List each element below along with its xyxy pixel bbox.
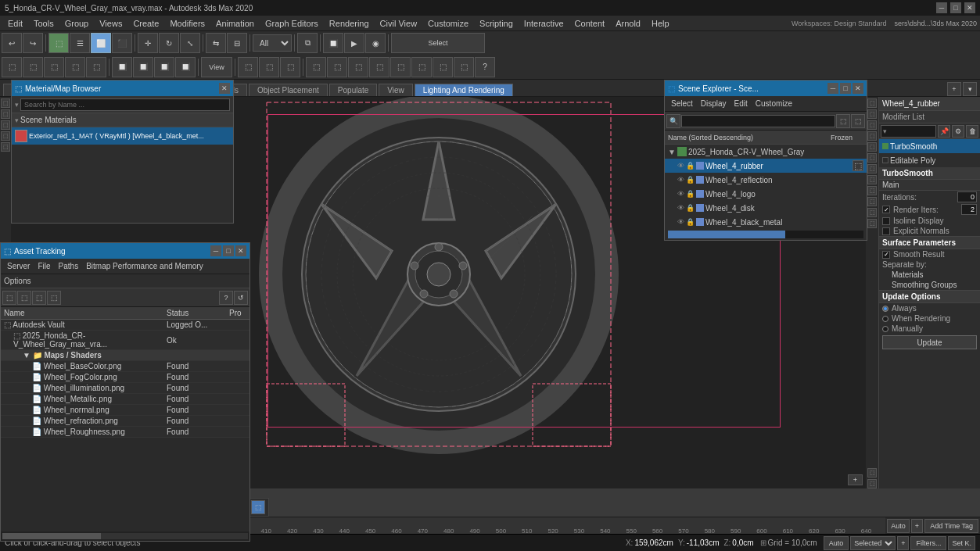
se-item-rubber[interactable]: 👁 🔒 Wheel_4_rubber ⬚ — [665, 159, 867, 173]
tb2-misc4[interactable]: ⬚ — [369, 57, 389, 77]
menu-graph-editors[interactable]: Graph Editors — [260, 18, 323, 29]
minimize-button[interactable]: ─ — [936, 2, 947, 13]
manually-radio[interactable] — [882, 326, 888, 332]
mat-search-input[interactable] — [20, 98, 230, 111]
set-k-button[interactable]: Set K. — [948, 536, 975, 550]
when-rendering-radio[interactable] — [882, 316, 888, 322]
tb2-misc8[interactable]: ⬚ — [454, 57, 474, 77]
selected-dropdown[interactable]: Selected — [850, 536, 896, 550]
tb2-misc2[interactable]: ⬚ — [327, 57, 347, 77]
isoline-checkbox[interactable] — [882, 217, 890, 225]
rv-btn11[interactable]: ⬚ — [867, 208, 877, 217]
tab-populate[interactable]: Populate — [329, 84, 377, 96]
at-row-2[interactable]: ▼ 📁 Maps / Shaders — [1, 350, 249, 361]
tb2-btn2[interactable]: ⬚ — [23, 57, 43, 77]
se-close-btn[interactable]: ✕ — [853, 83, 863, 94]
select-by-name-button[interactable]: ☰ — [70, 33, 90, 53]
se-bottom-btn2[interactable]: ⬚ — [251, 500, 265, 514]
at-options-menu[interactable]: Options — [1, 274, 249, 288]
at-menu-file[interactable]: File — [34, 261, 53, 271]
at-tb-btn4[interactable]: ⬚ — [47, 291, 61, 305]
menu-rendering[interactable]: Rendering — [325, 18, 374, 29]
at-tb-refresh-btn[interactable]: ↺ — [234, 291, 248, 305]
coord-btn3[interactable]: ⬚ — [280, 57, 300, 77]
se-menu-customize[interactable]: Customize — [752, 98, 795, 109]
manage-layers-button[interactable]: ⧉ — [297, 33, 318, 53]
tb2-btn4[interactable]: ⬚ — [65, 57, 85, 77]
at-menu-server[interactable]: Server — [4, 261, 33, 271]
render-iters-checkbox[interactable]: ✓ — [882, 206, 890, 213]
rv-btn2[interactable]: ⬚ — [867, 109, 877, 119]
at-title-bar[interactable]: ⬚ Asset Tracking ─ □ ✕ — [1, 243, 249, 259]
at-tb-btn1[interactable]: ⬚ — [2, 291, 16, 305]
scale-button[interactable]: ⤡ — [180, 33, 200, 53]
at-row-0[interactable]: ⬚ Autodesk VaultLogged O... — [1, 320, 249, 331]
menu-scripting[interactable]: Scripting — [475, 18, 518, 29]
snap-toggle-button[interactable]: 🔲 — [112, 57, 132, 77]
view-in-active-shade[interactable]: ◉ — [365, 33, 386, 53]
at-row-1[interactable]: ⬚ 2025_Honda_CR-V_Wheel_Gray_max_vra...O… — [1, 331, 249, 350]
se-root-node[interactable]: ▼ 2025_Honda_CR-V_Wheel_Gray — [665, 145, 867, 159]
menu-interactive[interactable]: Interactive — [519, 18, 569, 29]
explicit-normals-checkbox[interactable] — [882, 227, 890, 235]
rv-btn5[interactable]: ⬚ — [867, 142, 877, 152]
angle-snap-button[interactable]: 🔲 — [133, 57, 153, 77]
modifier-epoly-item[interactable]: Editable Poly — [879, 153, 980, 167]
at-row-7[interactable]: 📄 Wheel_normal.pngFound — [1, 405, 249, 416]
redo-button[interactable]: ↪ — [23, 33, 43, 53]
rv-btn8[interactable]: ⬚ — [867, 175, 877, 184]
tb2-misc5[interactable]: ⬚ — [390, 57, 411, 77]
tb2-misc3[interactable]: ⬚ — [348, 57, 368, 77]
tb2-misc6[interactable]: ⬚ — [411, 57, 432, 77]
rv-btn1[interactable]: ⬚ — [867, 98, 877, 108]
left-tb-btn1[interactable]: ⬚ — [1, 98, 10, 108]
always-radio[interactable] — [882, 306, 888, 312]
selection-set-dropdown[interactable]: Select — [391, 33, 485, 53]
se-minimize-btn[interactable]: ─ — [827, 83, 838, 94]
tab-menu-button[interactable]: ▾ — [963, 82, 977, 96]
menu-animation[interactable]: Animation — [211, 18, 259, 29]
rv-btn9[interactable]: ⬚ — [867, 186, 877, 195]
maximize-button[interactable]: □ — [950, 2, 961, 13]
mat-browser-title-bar[interactable]: ⬚ Material/Map Browser ✕ — [12, 81, 233, 96]
rv-btn-bottom1[interactable]: ⬚ — [867, 468, 877, 478]
auto-button[interactable]: Auto — [824, 536, 849, 550]
rv-btn10[interactable]: ⬚ — [867, 197, 877, 206]
at-close-btn[interactable]: ✕ — [235, 245, 246, 256]
select-object-button[interactable]: ⬚ — [48, 33, 69, 53]
at-row-8[interactable]: 📄 Wheel_refraction.pngFound — [1, 416, 249, 427]
modifier-pin-button[interactable]: 📌 — [938, 125, 950, 138]
menu-help[interactable]: Help — [647, 18, 674, 29]
mirror-button[interactable]: ⇆ — [206, 33, 226, 53]
tb2-btn1[interactable]: ⬚ — [2, 57, 22, 77]
se-item-black-metal[interactable]: 👁 🔒 Wheel_4_black_metal — [665, 215, 867, 229]
se-menu-select[interactable]: Select — [668, 98, 696, 109]
tab-lighting-rendering[interactable]: Lighting And Rendering — [415, 84, 513, 96]
filters-button[interactable]: Filters... — [910, 536, 946, 550]
undo-button[interactable]: ↩ — [2, 33, 22, 53]
tb2-misc7[interactable]: ⬚ — [433, 57, 453, 77]
menu-edit[interactable]: Edit — [3, 18, 27, 29]
tab-view[interactable]: View — [379, 84, 413, 96]
modifier-config-button[interactable]: ⚙ — [952, 125, 964, 138]
at-scrollbar[interactable] — [1, 531, 249, 541]
smooth-result-checkbox[interactable]: ✓ — [882, 251, 890, 259]
rv-btn6[interactable]: ⬚ — [867, 153, 877, 163]
add-time-tag-button[interactable]: Add Time Tag — [924, 519, 978, 533]
mat-item-1[interactable]: Exterior_red_1_MAT ( VRayMtl ) [Wheel_4_… — [12, 127, 233, 145]
left-tb-btn4[interactable]: ⬚ — [1, 131, 10, 141]
at-min-btn[interactable]: ─ — [210, 245, 221, 256]
plus-button[interactable]: + — [897, 536, 909, 550]
coord-btn1[interactable]: ⬚ — [238, 57, 258, 77]
viewport-corner-btn1[interactable]: + — [848, 474, 863, 485]
left-tb-btn5[interactable]: ⬚ — [1, 142, 10, 152]
at-tb-help-btn[interactable]: ? — [219, 291, 233, 305]
se-tb-filter2[interactable]: ⬚ — [851, 114, 865, 128]
rv-btn7[interactable]: ⬚ — [867, 164, 877, 174]
spinner-snap-button[interactable]: 🔲 — [175, 57, 196, 77]
mb-close-btn[interactable]: ✕ — [219, 83, 230, 94]
render-setup-button[interactable]: 🔲 — [323, 33, 343, 53]
se-item-reflection[interactable]: 👁 🔒 Wheel_4_reflection — [665, 173, 867, 187]
left-tb-btn2[interactable]: ⬚ — [1, 109, 10, 119]
modifier-turbosm-item[interactable]: TurboSmooth — [879, 139, 980, 153]
